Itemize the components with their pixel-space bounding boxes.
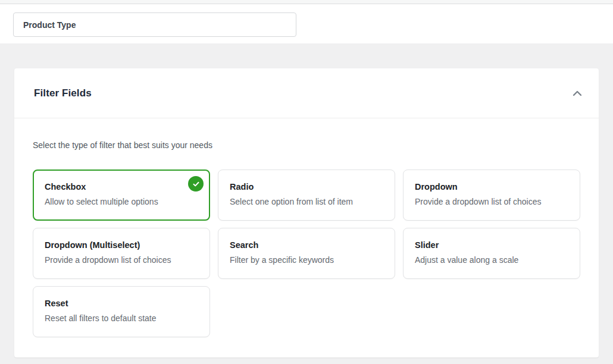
filter-fields-header[interactable]: Filter Fields [14,68,599,118]
filter-title-input[interactable] [13,12,296,37]
filter-type-description: Provide a dropdown list of choices [45,255,198,265]
filter-type-card[interactable]: Checkbox Allow to select multiple option… [33,170,210,221]
filter-type-card[interactable]: Radio Select one option from list of ite… [218,170,395,221]
filter-type-title: Checkbox [45,182,198,192]
filter-type-card[interactable]: Dropdown (Multiselect) Provide a dropdow… [33,228,210,279]
selected-check-icon [188,176,204,192]
filter-type-description: Provide a dropdown list of choices [415,197,568,206]
filter-type-card[interactable]: Dropdown Provide a dropdown list of choi… [403,170,580,221]
filter-title-section [0,4,613,43]
panel-subtitle: Select the type of filter that best suit… [33,118,580,150]
filter-type-title: Reset [45,299,198,308]
collapse-button[interactable] [569,85,586,102]
filter-type-description: Filter by a specific keywords [230,255,383,265]
filter-type-description: Adjust a value along a scale [415,255,568,265]
filter-type-card[interactable]: Search Filter by a specific keywords [218,228,395,279]
filter-type-title: Radio [230,182,383,192]
filter-type-grid: Checkbox Allow to select multiple option… [33,170,580,337]
panel-title: Filter Fields [34,87,92,99]
filter-type-description: Select one option from list of item [230,197,383,206]
filter-type-description: Reset all filters to default state [45,313,198,323]
filter-type-description: Allow to select multiple options [45,197,198,206]
filter-type-title: Dropdown [415,182,568,192]
chevron-up-icon [571,87,583,99]
top-divider [0,0,613,4]
filter-fields-panel: Filter Fields Select the type of filter … [14,68,599,357]
filter-type-title: Dropdown (Multiselect) [45,240,198,250]
filter-type-card[interactable]: Reset Reset all filters to default state [33,286,210,337]
filter-type-title: Slider [415,240,568,250]
filter-type-card[interactable]: Slider Adjust a value along a scale [403,228,580,279]
panel-body: Select the type of filter that best suit… [14,118,599,337]
filter-type-title: Search [230,240,383,250]
page-content: Filter Fields Select the type of filter … [0,43,613,357]
